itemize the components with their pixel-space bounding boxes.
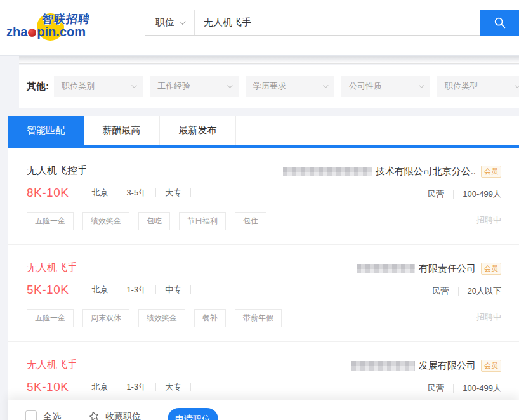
job-tags-row: 五险一金周末双休绩效奖金餐补带薪年假	[27, 309, 279, 327]
company-size: 20人以下	[459, 285, 501, 297]
sort-tabs: 智能匹配薪酬最高最新发布	[8, 116, 519, 145]
filter-label: 其他:	[27, 81, 49, 93]
filter-dropdown-4[interactable]: 公司性质	[341, 76, 430, 97]
filter-dropdown-label: 职位类别	[62, 81, 95, 92]
filter-dropdown-label: 学历要求	[253, 81, 286, 92]
job-card-left: 无人机飞手5K-10K北京1-3年中专五险一金周末双休绩效奖金餐补带薪年假	[27, 261, 279, 327]
logo-red-dot-icon	[28, 29, 36, 37]
job-experience: 1-3年	[117, 284, 155, 296]
logo-domain-pre: zha	[6, 25, 27, 39]
job-tag: 五险一金	[27, 309, 74, 327]
search-category-dropdown[interactable]: 职位	[145, 16, 194, 29]
company-size: 100-499人	[454, 188, 501, 200]
member-badge: 会员	[481, 360, 501, 372]
star-icon	[86, 409, 102, 420]
job-salary: 8K-10K	[27, 186, 69, 200]
chevron-down-icon	[515, 82, 519, 88]
company-type: 民营	[424, 285, 458, 297]
job-title[interactable]: 无人机飞控手	[27, 164, 279, 177]
select-all-checkbox[interactable]	[25, 410, 37, 420]
job-city: 北京	[82, 381, 117, 393]
company-type: 民营	[419, 383, 453, 394]
company-name[interactable]: 技术有限公司北京分公..会员	[283, 166, 501, 178]
job-tag: 餐补	[194, 309, 226, 327]
job-education: 中专	[156, 284, 190, 296]
job-meta-row: 5K-10K北京1-3年大专	[27, 379, 279, 395]
company-stats-row: 民营20人以下	[424, 285, 501, 298]
filter-dropdowns: 职位类别工作经验学历要求公司性质职位类型	[54, 76, 519, 97]
tab-1[interactable]: 智能匹配	[8, 116, 84, 145]
job-tag: 节日福利	[179, 212, 226, 230]
search-input[interactable]	[195, 17, 480, 28]
job-experience: 3-5年	[117, 187, 155, 199]
favorite-jobs-label: 收藏职位	[105, 411, 141, 420]
bottom-action-bar: 全选 收藏职位 申请职位	[8, 400, 519, 420]
job-education: 大专	[156, 381, 190, 393]
company-stats-row: 民营100-499人	[419, 188, 501, 200]
filter-dropdown-label: 职位类型	[445, 81, 478, 92]
job-card-left: 无人机飞控手8K-10K北京3-5年大专五险一金绩效奖金包吃节日福利包住	[27, 164, 279, 230]
filter-dropdown-3[interactable]: 学历要求	[246, 76, 334, 97]
meta-divider	[190, 188, 191, 197]
search-box: 职位	[145, 10, 480, 36]
header: 智联招聘 zhapin.com 职位	[0, 0, 519, 56]
filter-dropdown-label: 工作经验	[157, 81, 190, 92]
company-name-suffix: 技术有限公司北京分公..	[376, 166, 476, 178]
job-status: 招聘中	[476, 312, 501, 323]
blurred-company-name	[283, 167, 372, 176]
search-category-label: 职位	[155, 16, 174, 29]
tab-2[interactable]: 薪酬最高	[84, 116, 160, 145]
job-results-list: 无人机飞控手8K-10K北京3-5年大专五险一金绩效奖金包吃节日福利包住技术有限…	[8, 148, 519, 420]
job-experience: 1-3年	[117, 381, 155, 393]
select-all-label: 全选	[43, 411, 61, 420]
filter-dropdown-5[interactable]: 职位类型	[437, 76, 519, 97]
company-type: 民营	[419, 188, 453, 200]
search-button[interactable]	[480, 10, 519, 36]
member-badge: 会员	[481, 263, 501, 275]
zhaopin-logo[interactable]: 智联招聘 zhapin.com	[6, 5, 98, 49]
job-meta-row: 5K-10K北京1-3年中专	[27, 282, 279, 298]
filter-section: 其他: 职位类别工作经验学历要求公司性质职位类型	[19, 65, 519, 108]
job-city: 北京	[82, 284, 117, 296]
tab-3[interactable]: 最新发布	[160, 116, 236, 145]
job-salary: 5K-10K	[27, 380, 69, 394]
filter-dropdown-1[interactable]: 职位类别	[54, 76, 143, 97]
blurred-company-name	[351, 361, 415, 371]
job-card: 无人机飞控手8K-10K北京3-5年大专五险一金绩效奖金包吃节日福利包住技术有限…	[8, 148, 519, 244]
logo-domain-post: pin.com	[37, 25, 86, 39]
blurred-company-name	[357, 264, 415, 273]
meta-divider	[190, 285, 191, 294]
filter-dropdown-label: 公司性质	[349, 81, 382, 92]
job-tag: 五险一金	[27, 212, 74, 230]
job-card-right: 有限责任公司会员民营20人以下招聘中	[279, 261, 501, 327]
job-salary: 5K-10K	[27, 283, 69, 297]
job-tag: 包吃	[138, 212, 170, 230]
company-name-suffix: 发展有限公司	[419, 360, 476, 372]
job-tag: 周末双休	[82, 309, 129, 327]
job-city: 北京	[82, 187, 117, 199]
job-tag: 绩效奖金	[82, 212, 129, 230]
job-card: 无人机飞手5K-10K北京1-3年中专五险一金周末双休绩效奖金餐补带薪年假有限责…	[8, 244, 519, 341]
header-shadow-band	[19, 56, 519, 64]
job-card-right: 技术有限公司北京分公..会员民营100-499人招聘中	[279, 164, 501, 230]
company-name[interactable]: 发展有限公司会员	[351, 360, 501, 372]
member-badge: 会员	[481, 166, 501, 178]
search-icon	[493, 16, 507, 30]
chevron-down-icon	[131, 82, 136, 88]
logo-domain-text: zhapin.com	[6, 25, 86, 39]
company-name-suffix: 有限责任公司	[419, 263, 476, 275]
favorite-jobs-button[interactable]: 收藏职位	[88, 410, 141, 420]
chevron-down-icon	[419, 82, 424, 88]
job-title[interactable]: 无人机飞手	[27, 358, 279, 371]
chevron-down-icon	[227, 82, 232, 88]
job-meta-row: 8K-10K北京3-5年大专	[27, 185, 279, 200]
job-title[interactable]: 无人机飞手	[27, 261, 279, 274]
job-tags-row: 五险一金绩效奖金包吃节日福利包住	[27, 212, 279, 230]
chevron-down-icon	[323, 82, 328, 88]
search-bar: 职位	[145, 10, 519, 36]
company-name[interactable]: 有限责任公司会员	[357, 263, 501, 275]
job-tag: 带薪年假	[235, 309, 282, 327]
apply-jobs-button[interactable]: 申请职位	[168, 408, 218, 420]
filter-dropdown-2[interactable]: 工作经验	[150, 76, 239, 97]
company-size: 100-499人	[454, 383, 501, 394]
